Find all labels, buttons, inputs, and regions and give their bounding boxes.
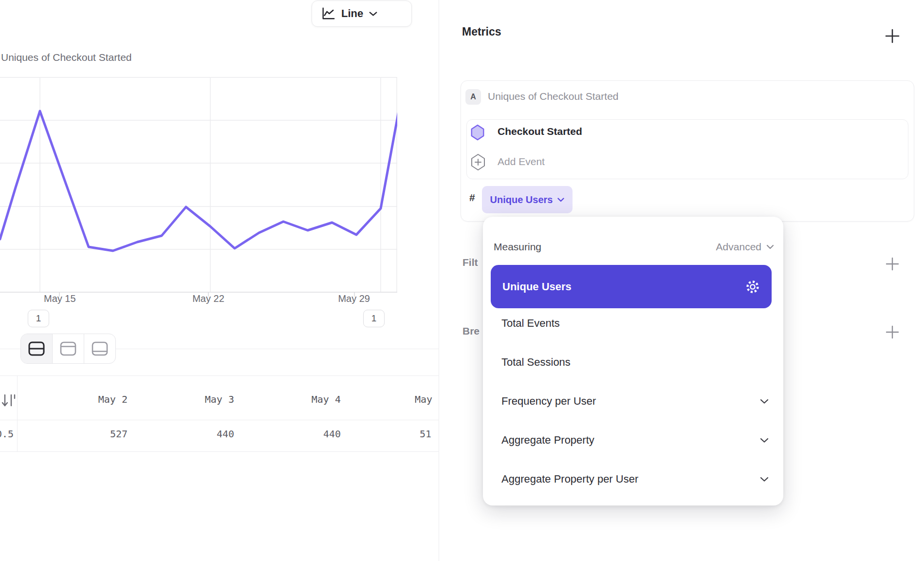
analytics-app: Line Uniques of Checkout Started May 15 … [0, 0, 924, 561]
table-bottom-border [0, 451, 439, 452]
gear-icon[interactable] [745, 280, 760, 294]
measure-value: Unique Users [490, 194, 553, 206]
table-top-border [0, 375, 439, 376]
table-header[interactable]: May 2 [50, 393, 128, 407]
table-row-label-clipped: 0.5 [0, 428, 14, 442]
chevron-down-icon [760, 477, 769, 482]
layout-panel-bottom-button[interactable] [84, 334, 115, 363]
metric-group-title: Uniques of Checkout Started [488, 91, 619, 102]
measuring-header: Measuring [494, 241, 541, 253]
chevron-down-icon [766, 244, 774, 249]
add-breakdown-button[interactable] [885, 325, 900, 339]
metrics-section-title: Metrics [462, 25, 501, 38]
chevron-down-icon [760, 438, 769, 443]
x-tick-may-22: May 22 [184, 293, 233, 304]
add-filter-button[interactable] [885, 257, 900, 271]
panel-divider [439, 0, 439, 561]
dropdown-option-aggregate-property[interactable]: Aggregate Property [483, 421, 783, 460]
measuring-mode-selector[interactable]: Advanced [701, 241, 774, 253]
add-metric-button[interactable] [885, 28, 900, 44]
table-cell: 527 [50, 428, 128, 442]
table-cell: 440 [156, 428, 234, 442]
x-tick-may-15: May 15 [44, 293, 76, 304]
plus-icon [885, 257, 900, 271]
chevron-down-icon [369, 11, 377, 17]
chart-line [0, 93, 397, 251]
dropdown-option-total-events[interactable]: Total Events [483, 304, 783, 343]
measure-selector[interactable]: Unique Users [482, 186, 573, 213]
table-cell-clipped: 51 [420, 428, 431, 442]
layout-panel-top-button[interactable] [52, 334, 84, 363]
table-header[interactable]: May 4 [263, 393, 341, 407]
chart-gridlines [0, 77, 397, 292]
panel-top-icon [60, 340, 76, 357]
dropdown-option-unique-users-selected[interactable]: Unique Users [491, 265, 772, 308]
selected-option-label: Unique Users [502, 280, 572, 293]
layout-split-rows-button[interactable] [21, 334, 52, 363]
table-header-divider [0, 420, 439, 420]
table-cell: 440 [263, 428, 341, 442]
metric-group-badge: A [465, 89, 481, 105]
table-header-clipped[interactable]: May [415, 393, 432, 407]
plus-icon [885, 28, 900, 44]
split-rows-icon [28, 340, 45, 357]
chart-type-label: Line [341, 7, 363, 20]
layout-toggle-group [20, 334, 116, 364]
option-label: Total Sessions [501, 356, 571, 369]
option-label: Aggregate Property per User [501, 473, 638, 486]
measure-prefix: # [469, 192, 475, 204]
line-chart-icon [321, 6, 335, 21]
breakdown-section-label-clipped: Bre [462, 325, 480, 337]
x-tick-may-29: May 29 [321, 293, 370, 304]
table-header[interactable]: May 3 [156, 393, 234, 407]
chart-title: Uniques of Checkout Started [1, 52, 132, 63]
dropdown-option-total-sessions[interactable]: Total Sessions [483, 343, 783, 382]
filter-section-label-clipped: Filt [462, 257, 478, 268]
chevron-down-icon [557, 198, 564, 202]
add-event-button[interactable]: Add Event [498, 156, 545, 168]
pagination-badge-left[interactable]: 1 [28, 310, 49, 327]
option-label: Total Events [501, 317, 560, 330]
line-chart[interactable] [0, 73, 397, 302]
table-frozen-column-divider [17, 376, 18, 451]
pagination-badge-right[interactable]: 1 [363, 310, 385, 327]
chart-type-button[interactable]: Line [312, 0, 412, 27]
sort-descending-icon[interactable] [1, 393, 17, 409]
chevron-down-icon [760, 399, 769, 404]
dropdown-option-aggregate-property-per-user[interactable]: Aggregate Property per User [483, 460, 783, 499]
plus-icon [885, 325, 900, 339]
event-hexagon-icon [470, 124, 485, 141]
measuring-mode-label: Advanced [716, 241, 761, 253]
option-label: Frequency per User [501, 395, 596, 408]
add-event-hexagon-icon [470, 153, 486, 171]
dropdown-option-frequency-per-user[interactable]: Frequency per User [483, 382, 783, 421]
option-label: Aggregate Property [501, 434, 594, 447]
panel-bottom-icon [92, 340, 108, 357]
event-name[interactable]: Checkout Started [498, 126, 582, 137]
